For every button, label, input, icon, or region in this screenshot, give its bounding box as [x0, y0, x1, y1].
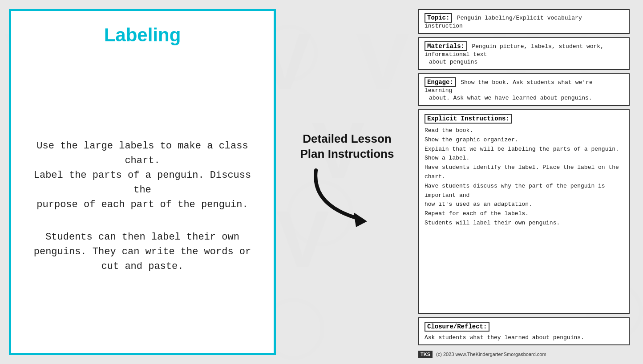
topic-box: Topic: Penguin labeling/Explicit vocabul…: [418, 9, 630, 34]
list-item: Have students identify the label. Place …: [425, 163, 623, 182]
materials-box: Materials: Penguin picture, labels, stud…: [418, 37, 630, 70]
closure-label: Closure/Reflect:: [425, 322, 489, 332]
closure-box: Closure/Reflect: Ask students what they …: [418, 317, 630, 345]
materials-label: Materials:: [425, 41, 467, 51]
list-item: Repeat for each of the labels.: [425, 209, 623, 219]
paragraph-2: Students can then label their ownpenguin…: [29, 230, 256, 274]
tks-logo: TKS: [418, 351, 433, 358]
lesson-plan-wrapper: Detailed Lesson Plan Instructions: [300, 132, 394, 233]
list-item: how it's used as an adaptation.: [425, 200, 623, 209]
explicit-label: Explicit Instructions:: [425, 114, 512, 124]
list-item: Show a label.: [425, 154, 623, 163]
page-title: Labeling: [104, 24, 181, 46]
explicit-box: Explicit Instructions: Read the book.Sho…: [418, 109, 630, 314]
materials-line2: about penguins: [425, 59, 623, 65]
left-panel: Labeling Use the large labels to make a …: [9, 9, 276, 355]
engage-line2: about. Ask what we have learned about pe…: [425, 95, 623, 101]
list-item: Read the book.: [425, 126, 623, 136]
left-panel-body: Use the large labels to make a class cha…: [29, 72, 256, 340]
list-item: Show the graphic organizer.: [425, 136, 623, 145]
paragraph-1: Use the large labels to make a class cha…: [29, 139, 256, 212]
closure-content: Ask students what they learned about pen…: [425, 334, 623, 341]
svg-marker-15: [354, 212, 367, 227]
right-panel: Topic: Penguin labeling/Explicit vocabul…: [409, 0, 643, 364]
list-item: Explain that we will be labeling the par…: [425, 145, 623, 154]
arrow-icon: [303, 161, 392, 232]
explicit-list: Read the book.Show the graphic organizer…: [425, 126, 623, 228]
middle-panel: Detailed Lesson Plan Instructions: [285, 0, 409, 364]
lesson-plan-label: Detailed Lesson Plan Instructions: [300, 132, 394, 162]
arrow-container: [303, 161, 392, 232]
list-item: Have students discuss why the part of th…: [425, 182, 623, 200]
list-item: Students will label their own penguins.: [425, 219, 623, 228]
engage-box: Engage: Show the book. Ask students what…: [418, 73, 630, 106]
footer-bar: TKS (c) 2023 www.TheKindergartenSmorgasb…: [418, 349, 630, 360]
footer-text: (c) 2023 www.TheKindergartenSmorgasboard…: [436, 352, 546, 357]
engage-label: Engage:: [425, 77, 456, 87]
topic-label: Topic:: [425, 13, 452, 23]
